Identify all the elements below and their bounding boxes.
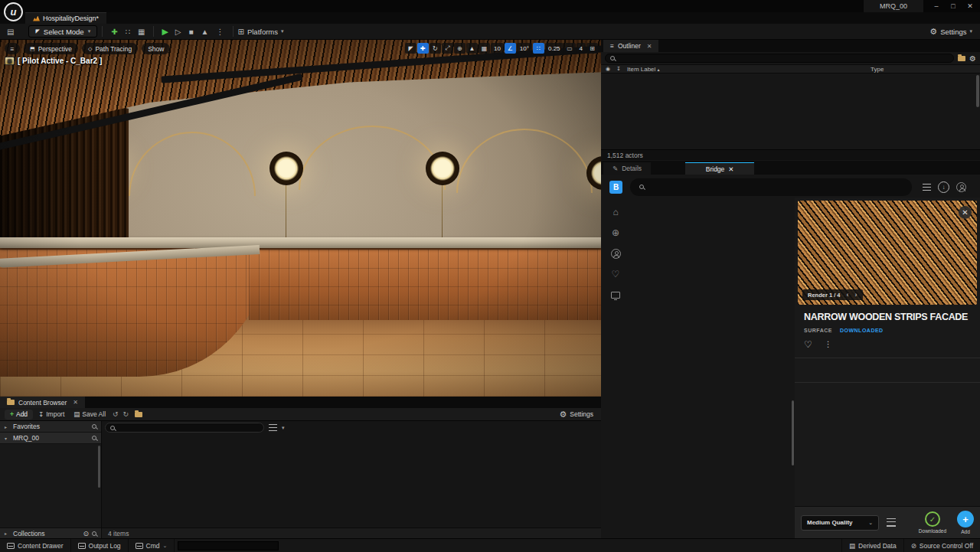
content-browser-settings-button[interactable]: ⚙ Settings: [559, 410, 596, 420]
select-tool-icon[interactable]: ◤: [405, 43, 416, 54]
next-render-icon[interactable]: ›: [855, 291, 858, 299]
cinematics-icon[interactable]: ▦: [134, 28, 149, 36]
cmd-dropdown[interactable]: Cmd ⌄: [129, 539, 175, 552]
prev-render-icon[interactable]: ‹: [847, 291, 849, 299]
blueprints-icon[interactable]: ∷: [122, 28, 134, 36]
favorite-heart-icon[interactable]: ♡: [804, 339, 812, 350]
add-collection-icon[interactable]: ⊙: [83, 530, 89, 537]
asset-preview-image[interactable]: ✕ Render 1 / 4 ‹ ›: [798, 201, 977, 305]
perspective-dropdown[interactable]: ⬒ Perspective: [24, 43, 78, 54]
grid-snap-value[interactable]: 10: [491, 43, 504, 54]
tree-scrollbar[interactable]: [98, 446, 100, 488]
content-drawer-button[interactable]: Content Drawer: [0, 539, 71, 552]
forward-icon[interactable]: ↻: [122, 410, 131, 418]
back-icon[interactable]: ↺: [111, 410, 120, 418]
scale-snap-value[interactable]: 0.25: [545, 43, 564, 54]
unreal-engine-logo-icon[interactable]: u: [4, 2, 23, 21]
bridge-logo-icon[interactable]: B: [609, 181, 622, 194]
surface-snap-icon[interactable]: ▲: [466, 43, 478, 54]
item-label-column[interactable]: Item Label ▴: [627, 66, 660, 73]
save-all-button[interactable]: ▤ Save All: [70, 410, 109, 418]
globe-icon[interactable]: ⊕: [612, 227, 619, 238]
pin-column-icon[interactable]: ↧: [616, 66, 621, 72]
asset-category-breadcrumb: [795, 358, 980, 366]
output-log-button[interactable]: Output Log: [71, 539, 129, 552]
more-options-kebab-icon[interactable]: ⋮: [825, 340, 832, 348]
scale-tool-icon[interactable]: ⤢: [442, 43, 453, 54]
move-tool-icon[interactable]: ✚: [417, 43, 429, 54]
outliner-tab[interactable]: ≡ Outliner ✕: [603, 40, 658, 52]
close-button[interactable]: ✕: [962, 2, 978, 10]
play-options-kebab-icon[interactable]: ⋮: [213, 28, 228, 36]
close-icon[interactable]: ✕: [647, 43, 652, 50]
bridge-scrollbar[interactable]: [792, 400, 794, 465]
derived-data-button[interactable]: ▤ Derived Data: [841, 539, 903, 552]
home-icon[interactable]: ⌂: [612, 207, 618, 217]
search-icon[interactable]: [92, 531, 96, 536]
collections-header[interactable]: ▸ Collections ⊙: [0, 528, 101, 538]
search-icon[interactable]: [92, 424, 96, 429]
stop-button[interactable]: ■: [185, 28, 198, 36]
heart-icon[interactable]: ♡: [612, 269, 620, 279]
play-button[interactable]: ▶: [158, 27, 171, 37]
import-button[interactable]: ↧ Import: [34, 410, 68, 418]
world-space-icon[interactable]: ⊕: [454, 43, 466, 54]
bridge-tab[interactable]: Bridge ✕: [685, 162, 754, 175]
close-icon[interactable]: ✕: [73, 399, 78, 406]
search-icon[interactable]: [92, 436, 96, 440]
rotate-tool-icon[interactable]: ↻: [430, 43, 441, 54]
restore-button[interactable]: □: [945, 2, 962, 10]
project-header[interactable]: ▾ MRQ_00: [0, 433, 101, 444]
drawer-icon: [7, 543, 15, 549]
source-control-button[interactable]: ⊘ Source Control Off: [903, 539, 980, 552]
favorites-header[interactable]: ▸ Favorites: [0, 421, 101, 433]
show-dropdown[interactable]: Show: [142, 43, 170, 54]
eject-button[interactable]: ▲: [198, 28, 213, 36]
account-icon[interactable]: [956, 182, 966, 192]
add-actor-icon[interactable]: ✚: [107, 28, 121, 36]
view-mode-dropdown[interactable]: ◇ Path Tracing: [82, 43, 138, 54]
camera-speed-icon[interactable]: ▭: [564, 43, 576, 54]
grid-snap-icon[interactable]: ▦: [479, 43, 490, 54]
type-column[interactable]: Type: [871, 66, 884, 73]
filter-icon[interactable]: [269, 424, 277, 431]
save-icon[interactable]: ▤: [3, 28, 18, 36]
close-icon[interactable]: ✕: [728, 165, 733, 173]
project-tab[interactable]: HospitalityDesign*: [25, 12, 106, 24]
details-tab[interactable]: ✎ Details: [603, 162, 651, 175]
maximize-viewport-icon[interactable]: ⊞: [586, 43, 598, 54]
bridge-search-input[interactable]: [650, 182, 903, 192]
minimize-button[interactable]: –: [928, 2, 945, 10]
collections-label: Collections: [13, 530, 80, 537]
filter-icon[interactable]: [923, 184, 931, 191]
add-asset-action[interactable]: + Add: [957, 511, 974, 534]
add-button[interactable]: + Add: [5, 410, 33, 420]
viewport-menu-icon[interactable]: ≡: [5, 43, 20, 54]
quality-select[interactable]: Medium Quality ⌄: [801, 515, 879, 531]
scale-snap-icon[interactable]: ∷: [533, 43, 544, 54]
download-settings-icon[interactable]: [887, 518, 896, 527]
settings-dropdown[interactable]: ⚙ Settings ▾: [929, 27, 980, 37]
viewport[interactable]: ≡ ⬒ Perspective ◇ Path Tracing Show ◤ ✚ …: [0, 40, 601, 397]
console-input[interactable]: [182, 541, 274, 550]
close-icon[interactable]: ✕: [959, 206, 972, 219]
outliner-scrollbar[interactable]: [976, 75, 979, 107]
pilot-camera-icon[interactable]: ▣: [5, 57, 15, 65]
rotation-snap-value[interactable]: 10°: [517, 43, 532, 54]
local-library-icon[interactable]: [611, 289, 620, 300]
frame-skip-button[interactable]: ▷: [172, 28, 185, 36]
select-mode-dropdown[interactable]: ◤ Select Mode ▾: [28, 25, 97, 38]
user-icon[interactable]: [611, 248, 621, 259]
create-folder-icon[interactable]: [958, 56, 965, 61]
asset-search-input[interactable]: [118, 423, 259, 432]
camera-speed-value[interactable]: 4: [577, 43, 586, 54]
downloads-icon[interactable]: ↓: [938, 181, 949, 193]
chevron-down-icon[interactable]: ▾: [282, 425, 285, 431]
visibility-column-eye-icon[interactable]: ◉: [606, 66, 610, 72]
rotation-snap-icon[interactable]: ∠: [505, 43, 516, 54]
content-browser-tab[interactable]: Content Browser ✕: [0, 397, 85, 408]
outliner-settings-icon[interactable]: ⚙: [969, 54, 976, 63]
outliner-search-input[interactable]: [618, 54, 949, 63]
add-label: Add: [16, 410, 28, 418]
platforms-dropdown[interactable]: ⊞ Platforms ▾: [238, 28, 284, 36]
